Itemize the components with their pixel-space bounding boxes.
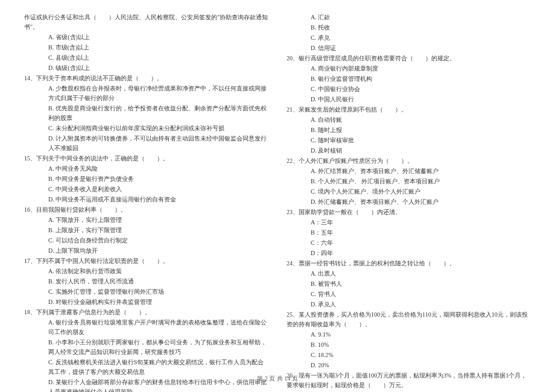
right-column: A. 汇款B. 托收C. 承兑D. 信用证20、银行高级管理层成员的任职资格需要… [287, 12, 531, 392]
text-line: D. 中国人民银行 [287, 95, 531, 104]
text-line: C. 未分配利润指商业银行以前年度实现的未分配利润或未弥补亏损 [24, 124, 268, 133]
text-line: 作证或执行公务证和出具（ ）人民法院、人民检察院、公安局签发的"协助查询存款通知… [24, 13, 268, 32]
document-content: 作证或执行公务证和出具（ ）人民法院、人民检察院、公安局签发的"协助查询存款通知… [24, 12, 531, 392]
text-line: B. 银行业监督管理机构 [287, 74, 531, 84]
text-line: C. 承兑 [287, 33, 531, 43]
text-line: A. 商业银行内部规章制度 [287, 64, 531, 74]
text-line: C. 背书人 [287, 289, 531, 299]
text-line: A. 少数股权指在合并报表时，母银行净经营成果和净资产中，不以任何直接或间接方式… [24, 84, 268, 103]
text-line: B. 中间业务是银行资产负债业务 [24, 174, 268, 184]
text-line: C. 18.2% [287, 350, 531, 360]
text-line: A. 依法制定和执行货币政策 [24, 267, 268, 276]
text-line: B. 被背书人 [287, 279, 531, 289]
text-line: A. 出票人 [287, 269, 531, 279]
text-line: 21、呆账发生后的处理原则不包括（ ）。 [287, 105, 531, 115]
text-line: A. 下限放开，实行上限管理 [24, 215, 268, 225]
text-line: A. 自动转账 [287, 115, 531, 125]
text-line: B. 10% [287, 340, 531, 350]
text-line: 25、某人投资债券，买入价格为100元，卖出价格为110元，期间获得利息收入10… [287, 310, 531, 329]
text-line: C. 县级(含)以上 [24, 53, 268, 63]
left-column: 作证或执行公务证和出具（ ）人民法院、人民检察院、公安局签发的"协助查询存款通知… [24, 12, 268, 392]
text-line: C. 境内个人外汇账户、境外个人外汇账户 [287, 187, 531, 197]
text-line: D. 上限下限均放开 [24, 246, 268, 256]
text-line: B. 个人外汇账户、 外汇项目账户、资本项目账户 [287, 177, 531, 186]
text-line: D. 镇级(含)以上 [24, 63, 268, 73]
text-line: B. 上限放开，实行下限管理 [24, 226, 268, 235]
text-line: 15、下列关于中间业务的说法中，正确的是（ ）。 [24, 154, 268, 163]
text-line: D：四年 [287, 248, 531, 258]
page-footer: 第 2 页 共 14 页 [0, 375, 555, 383]
text-line: C. 中间业务收入是利差收入 [24, 185, 268, 194]
text-line: A. 汇款 [287, 13, 531, 22]
text-line: B. 随时上报 [287, 125, 531, 135]
text-line: D. 中间业务不运用或不直接运用银行的自有资金 [24, 195, 268, 204]
text-line: 17、下列不属于中国人民银行法定职责的是（ ）。 [24, 256, 268, 266]
text-line: C. 实施外汇管理，监督管理银行间外汇市场 [24, 287, 268, 297]
text-line: D. 对银行业金融机构实行并表监督管理 [24, 297, 268, 307]
text-line: A. 银行业务员将银行垃圾堆里客户开户时填写作废的表格收集整理，送给在保险公司工… [24, 318, 268, 337]
text-line: D. 信用证 [287, 43, 531, 53]
text-line: A. 外汇结算账户、资本项目账户、外汇储蓄账户 [287, 166, 531, 176]
text-line: 16、目前我国银行贷款利率（ ）。 [24, 205, 268, 215]
text-line: A. 中间业务无风险 [24, 164, 268, 174]
text-line: D. 20% [287, 361, 531, 370]
text-line: B. 优先股是商业银行发行的，给予投资者在收益分配、剩余资产分配等方面优先权利的… [24, 104, 268, 123]
text-line: C：六年 [287, 238, 531, 248]
text-line: B. 托收 [287, 23, 531, 33]
text-line: C. 随时审核审批 [287, 136, 531, 145]
text-line: B. 发行人民币，管理人民币流通 [24, 277, 268, 286]
text-line: 18、下列属于泄露客户信息行为的是（ ）。 [24, 308, 268, 317]
text-line: D. 外汇储蓄账户、资本项目账户、个人外汇账户 [287, 197, 531, 207]
text-line: D. 承兑人 [287, 300, 531, 309]
text-line: C. 中国银行业协会 [287, 84, 531, 94]
text-line: 24、票据一经背书转让，票据上的权利也随之转让给（ ）。 [287, 259, 531, 268]
text-line: A. 9.1% [287, 330, 531, 340]
text-line: B. 小李和小王分别就职于两家银行，都从事公司业务，为了拓展业务和互相帮助，两人… [24, 338, 268, 357]
text-line: C. 可以结合自身经营自行制定 [24, 236, 268, 245]
text-line: B：五年 [287, 228, 531, 238]
text-line: A：三年 [287, 218, 531, 227]
text-line: 23、国家助学贷款一般在（ ）内还清。 [287, 207, 531, 217]
text-line: 22、个人外汇账户按账户性质区分为（ ）。 [287, 156, 531, 166]
text-line: 14、下列关于资本构成的说法不正确的是（ ）。 [24, 74, 268, 83]
text-line: B. 市级(含)以上 [24, 43, 268, 52]
text-line: D. 及时核销 [287, 146, 531, 156]
text-line: D. 计入附属资本的可转换债券，不可以由持有者主动回售未经中国银监会同意发行人不… [24, 134, 268, 153]
text-line: A. 省级(含)以上 [24, 33, 268, 42]
text-line: 20、银行高级管理层成员的任职资格需要符合（ ）的规定。 [287, 54, 531, 63]
